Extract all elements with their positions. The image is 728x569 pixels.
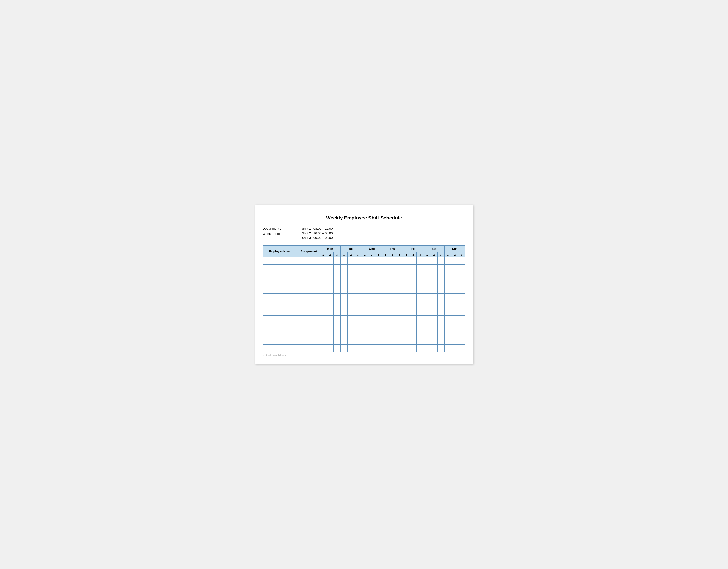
shift-cell[interactable] <box>410 279 417 287</box>
shift-cell[interactable] <box>458 330 465 338</box>
assignment-cell[interactable] <box>297 287 320 294</box>
shift-cell[interactable] <box>451 345 458 352</box>
employee-name-cell[interactable] <box>263 264 297 272</box>
shift-cell[interactable] <box>410 338 417 345</box>
shift-cell[interactable] <box>341 301 348 308</box>
shift-cell[interactable] <box>431 264 438 272</box>
shift-cell[interactable] <box>417 338 424 345</box>
shift-cell[interactable] <box>368 272 375 279</box>
shift-cell[interactable] <box>451 330 458 338</box>
shift-cell[interactable] <box>410 330 417 338</box>
shift-cell[interactable] <box>438 294 445 301</box>
shift-cell[interactable] <box>417 257 424 264</box>
shift-cell[interactable] <box>361 308 368 316</box>
shift-cell[interactable] <box>424 316 431 323</box>
shift-cell[interactable] <box>403 330 410 338</box>
shift-cell[interactable] <box>375 272 382 279</box>
shift-cell[interactable] <box>396 323 403 330</box>
shift-cell[interactable] <box>431 308 438 316</box>
shift-cell[interactable] <box>417 316 424 323</box>
assignment-cell[interactable] <box>297 272 320 279</box>
shift-cell[interactable] <box>431 338 438 345</box>
shift-cell[interactable] <box>417 287 424 294</box>
shift-cell[interactable] <box>389 264 396 272</box>
shift-cell[interactable] <box>424 330 431 338</box>
shift-cell[interactable] <box>327 316 334 323</box>
shift-cell[interactable] <box>451 308 458 316</box>
shift-cell[interactable] <box>334 294 341 301</box>
shift-cell[interactable] <box>403 316 410 323</box>
shift-cell[interactable] <box>334 316 341 323</box>
shift-cell[interactable] <box>424 323 431 330</box>
shift-cell[interactable] <box>438 316 445 323</box>
shift-cell[interactable] <box>389 287 396 294</box>
shift-cell[interactable] <box>396 316 403 323</box>
shift-cell[interactable] <box>444 301 451 308</box>
shift-cell[interactable] <box>451 294 458 301</box>
shift-cell[interactable] <box>368 287 375 294</box>
shift-cell[interactable] <box>403 323 410 330</box>
shift-cell[interactable] <box>403 301 410 308</box>
shift-cell[interactable] <box>347 316 354 323</box>
shift-cell[interactable] <box>375 316 382 323</box>
shift-cell[interactable] <box>417 330 424 338</box>
shift-cell[interactable] <box>347 294 354 301</box>
shift-cell[interactable] <box>320 316 327 323</box>
assignment-cell[interactable] <box>297 308 320 316</box>
shift-cell[interactable] <box>334 279 341 287</box>
shift-cell[interactable] <box>341 279 348 287</box>
shift-cell[interactable] <box>444 338 451 345</box>
shift-cell[interactable] <box>424 308 431 316</box>
shift-cell[interactable] <box>382 308 389 316</box>
shift-cell[interactable] <box>347 308 354 316</box>
employee-name-cell[interactable] <box>263 345 297 352</box>
shift-cell[interactable] <box>368 316 375 323</box>
shift-cell[interactable] <box>354 279 361 287</box>
shift-cell[interactable] <box>403 264 410 272</box>
shift-cell[interactable] <box>458 323 465 330</box>
assignment-cell[interactable] <box>297 345 320 352</box>
shift-cell[interactable] <box>431 287 438 294</box>
shift-cell[interactable] <box>431 345 438 352</box>
shift-cell[interactable] <box>361 257 368 264</box>
shift-cell[interactable] <box>444 264 451 272</box>
shift-cell[interactable] <box>396 345 403 352</box>
shift-cell[interactable] <box>327 301 334 308</box>
shift-cell[interactable] <box>444 330 451 338</box>
shift-cell[interactable] <box>458 338 465 345</box>
shift-cell[interactable] <box>410 316 417 323</box>
shift-cell[interactable] <box>458 316 465 323</box>
shift-cell[interactable] <box>389 279 396 287</box>
shift-cell[interactable] <box>320 257 327 264</box>
shift-cell[interactable] <box>403 294 410 301</box>
shift-cell[interactable] <box>375 308 382 316</box>
shift-cell[interactable] <box>424 338 431 345</box>
employee-name-cell[interactable] <box>263 272 297 279</box>
shift-cell[interactable] <box>389 308 396 316</box>
shift-cell[interactable] <box>341 264 348 272</box>
shift-cell[interactable] <box>347 257 354 264</box>
shift-cell[interactable] <box>334 323 341 330</box>
shift-cell[interactable] <box>389 338 396 345</box>
shift-cell[interactable] <box>327 308 334 316</box>
shift-cell[interactable] <box>444 316 451 323</box>
shift-cell[interactable] <box>368 308 375 316</box>
shift-cell[interactable] <box>327 272 334 279</box>
shift-cell[interactable] <box>354 308 361 316</box>
employee-name-cell[interactable] <box>263 257 297 264</box>
shift-cell[interactable] <box>458 287 465 294</box>
shift-cell[interactable] <box>431 316 438 323</box>
shift-cell[interactable] <box>361 345 368 352</box>
shift-cell[interactable] <box>320 272 327 279</box>
shift-cell[interactable] <box>396 301 403 308</box>
shift-cell[interactable] <box>354 257 361 264</box>
shift-cell[interactable] <box>368 345 375 352</box>
shift-cell[interactable] <box>431 257 438 264</box>
shift-cell[interactable] <box>354 287 361 294</box>
shift-cell[interactable] <box>438 279 445 287</box>
shift-cell[interactable] <box>368 323 375 330</box>
shift-cell[interactable] <box>451 272 458 279</box>
shift-cell[interactable] <box>354 272 361 279</box>
shift-cell[interactable] <box>320 301 327 308</box>
shift-cell[interactable] <box>375 345 382 352</box>
